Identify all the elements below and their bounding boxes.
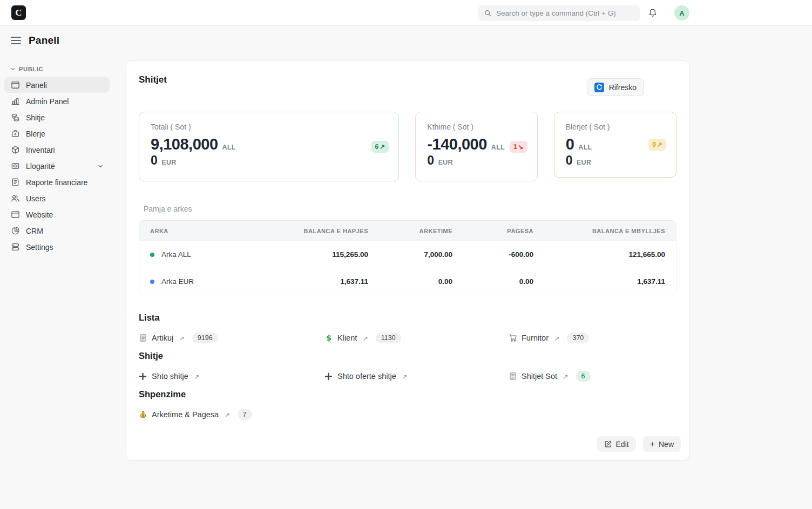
sidebar-item-blerje[interactable]: Blerje <box>4 126 110 141</box>
link-arketime-pagesa[interactable]: $Arketime & Pagesa↗7 <box>139 409 324 420</box>
sidebar-item-label: Raporte financiare <box>26 178 104 187</box>
stat-currency-all: ALL <box>578 144 592 151</box>
amount-cell: 0.00 <box>452 277 533 286</box>
link-klient[interactable]: $Klient↗1130 <box>324 332 509 343</box>
link-label: Furnitor <box>522 334 549 342</box>
notifications-bell-icon[interactable] <box>648 8 658 18</box>
window-icon <box>11 80 20 90</box>
coins-icon <box>11 113 20 122</box>
stat-value-eur-line: 0EUR <box>427 153 525 168</box>
amount-cell: 1,637.11 <box>280 277 368 286</box>
sidebar-item-label: CRM <box>26 227 104 235</box>
trend-down-icon: ↘ <box>518 143 524 151</box>
sidebar-item-shitje[interactable]: Shitje <box>4 110 110 125</box>
app-logo[interactable]: C <box>11 5 26 20</box>
package-icon <box>11 145 20 154</box>
stat-card-kthime-sot: Kthime ( Sot )-140,000ALL0EUR1↘ <box>415 112 537 181</box>
link-label: Shto oferte shitje <box>337 372 396 381</box>
count-badge: 9196 <box>192 332 218 343</box>
svg-text:$: $ <box>326 334 331 342</box>
table-row-arka-eur[interactable]: Arka EUR1,637.110.000.001,637.11 <box>139 268 676 295</box>
stat-card-totali-sot: Totali ( Sot )9,108,000ALL0EUR6↗ <box>139 112 399 181</box>
plus-icon <box>139 372 147 381</box>
link-shto-shitje[interactable]: Shto shitje↗ <box>139 372 324 381</box>
link-artikuj[interactable]: Artikuj↗9196 <box>139 332 324 343</box>
edit-button[interactable]: Edit <box>597 436 636 452</box>
link-furnitor[interactable]: Furnitor↗370 <box>509 332 676 343</box>
new-button[interactable]: + New <box>643 436 681 452</box>
count-badge: 7 <box>238 409 252 420</box>
stat-value-eur-line: 0EUR <box>566 153 665 168</box>
account-name: Arka ALL <box>161 250 191 259</box>
stat-badge-count: 0 <box>652 141 656 148</box>
count-badge: 370 <box>567 332 589 343</box>
stat-trend-badge: 0↗ <box>648 139 666 151</box>
sidebar-item-label: Blerje <box>26 130 104 138</box>
sidebar-item-label: Settings <box>26 243 104 252</box>
amount-cell: -600.00 <box>452 250 533 259</box>
sidebar-item-inventari[interactable]: Inventari <box>4 142 110 158</box>
amount-cell: 7,000.00 <box>368 250 452 259</box>
link-label: Shitjet Sot <box>522 372 557 381</box>
global-search[interactable] <box>478 5 640 21</box>
sidebar-item-label: Llogaritë <box>26 162 97 171</box>
refresh-icon <box>594 83 604 92</box>
chevron-down-icon <box>97 162 104 170</box>
links-row-shpenzime: $Arketime & Pagesa↗7 <box>139 409 676 420</box>
stat-value-eur: 0 <box>566 153 572 168</box>
user-avatar[interactable]: A <box>674 5 689 21</box>
page-header: Paneli <box>11 35 59 46</box>
stat-badge-count: 6 <box>375 143 379 151</box>
sidebar-item-llogarit[interactable]: Llogaritë <box>4 158 110 174</box>
dollar-icon: $ <box>324 334 333 342</box>
stat-currency-all: ALL <box>491 144 505 151</box>
stat-badge-count: 1 <box>513 143 517 151</box>
sidebar-item-label: Paneli <box>26 81 104 90</box>
edit-label: Edit <box>616 440 629 449</box>
amount-cell: 1,637.11 <box>533 277 665 286</box>
sidebar-item-crm[interactable]: CRM <box>4 223 110 239</box>
sidebar-section-public[interactable]: PUBLIC <box>4 66 110 77</box>
stat-currency-eur: EUR <box>161 159 176 166</box>
open-link-arrow-icon: ↗ <box>224 411 229 419</box>
open-link-arrow-icon: ↗ <box>402 372 407 381</box>
pie-chart-icon <box>11 226 20 235</box>
bag-icon <box>11 129 20 138</box>
sidebar-section-label: PUBLIC <box>19 66 43 72</box>
amount-cell: 121,665.00 <box>533 250 665 259</box>
stat-trend-badge: 6↗ <box>371 141 389 153</box>
link-label: Arketime & Pagesa <box>152 410 219 419</box>
amount-cell: 115,265.00 <box>280 250 368 259</box>
sidebar: PUBLIC PaneliAdmin PanelShitjeBlerjeInve… <box>4 66 110 255</box>
plus-icon <box>324 372 333 381</box>
column-header-balanca-e-hapjes: BALANCA E HAPJES <box>280 228 368 234</box>
sidebar-item-users[interactable]: Users <box>4 191 110 206</box>
users-icon <box>11 194 20 203</box>
open-link-arrow-icon: ↗ <box>179 334 184 342</box>
stat-value-eur: 0 <box>151 153 157 168</box>
section-heading-shitje: Shitje <box>139 351 676 361</box>
stat-value-all-line: 9,108,000ALL <box>151 135 387 153</box>
column-header-balanca-e-mbylljes: BALANCA E MBYLLJES <box>533 228 665 234</box>
link-label: Shto shitje <box>152 372 188 381</box>
sidebar-item-admin-panel[interactable]: Admin Panel <box>4 93 110 109</box>
sidebar-toggle-button[interactable] <box>11 35 21 46</box>
trend-up-icon: ↗ <box>380 143 385 151</box>
links-row-lista: Artikuj↗9196$Klient↗1130Furnitor↗370 <box>139 332 676 343</box>
sidebar-item-website[interactable]: Website <box>4 207 110 222</box>
sidebar-item-paneli[interactable]: Paneli <box>4 77 110 93</box>
shortcut-sections: ListaArtikuj↗9196$Klient↗1130Furnitor↗37… <box>139 313 676 420</box>
sidebar-item-raporte-financiare[interactable]: Raporte financiare <box>4 174 110 190</box>
link-shto-oferte-shitje[interactable]: Shto oferte shitje↗ <box>324 372 509 381</box>
refresh-button[interactable]: Rifresko <box>587 78 644 96</box>
links-row-shitje: Shto shitje↗Shto oferte shitje↗Shitjet S… <box>139 371 676 382</box>
account-name: Arka EUR <box>161 277 194 286</box>
search-input[interactable] <box>496 9 634 17</box>
link-shitjet-sot[interactable]: Shitjet Sot↗6 <box>509 371 676 382</box>
sidebar-item-settings[interactable]: Settings <box>4 239 110 255</box>
topbar-divider <box>666 6 666 20</box>
table-row-arka-all[interactable]: Arka ALL115,265.007,000.00-600.00121,665… <box>139 241 676 268</box>
section-heading-lista: Lista <box>139 313 676 323</box>
topbar-right-group: A <box>478 0 689 26</box>
stat-value-all: 0 <box>566 135 574 153</box>
